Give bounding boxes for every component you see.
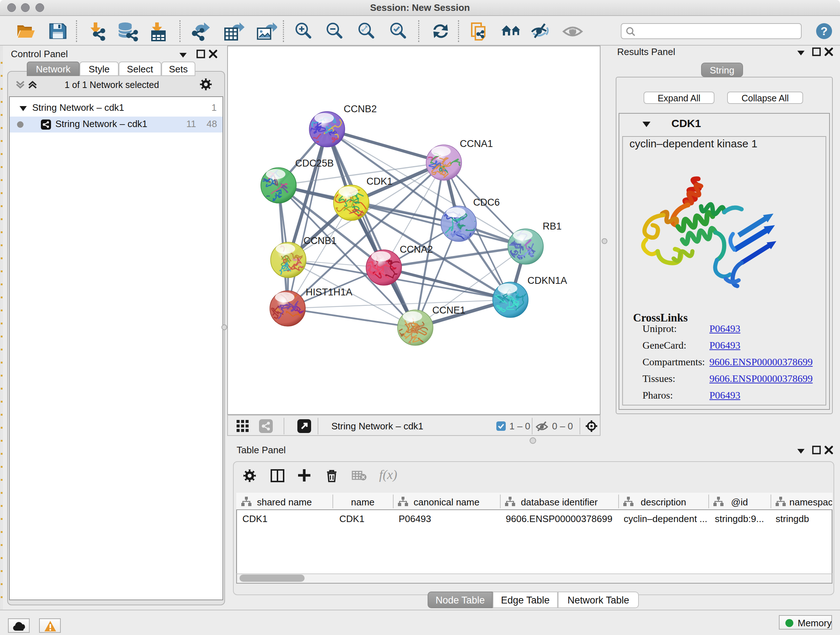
svg-text:CCNA1: CCNA1 xyxy=(460,138,493,149)
svg-text:RB1: RB1 xyxy=(543,221,562,232)
svg-text:CCNB2: CCNB2 xyxy=(344,103,377,114)
svg-text:CDKN1A: CDKN1A xyxy=(527,275,567,286)
svg-text:CDK1: CDK1 xyxy=(366,176,393,187)
svg-text:CDC25B: CDC25B xyxy=(295,158,334,169)
svg-text:CCNE1: CCNE1 xyxy=(432,305,466,316)
svg-text:CDC6: CDC6 xyxy=(473,197,500,208)
svg-text:?: ? xyxy=(821,25,828,38)
svg-text:CCNA2: CCNA2 xyxy=(400,244,433,255)
svg-text:CCNB1: CCNB1 xyxy=(303,235,337,246)
svg-text:HIST1H1A: HIST1H1A xyxy=(306,287,352,298)
